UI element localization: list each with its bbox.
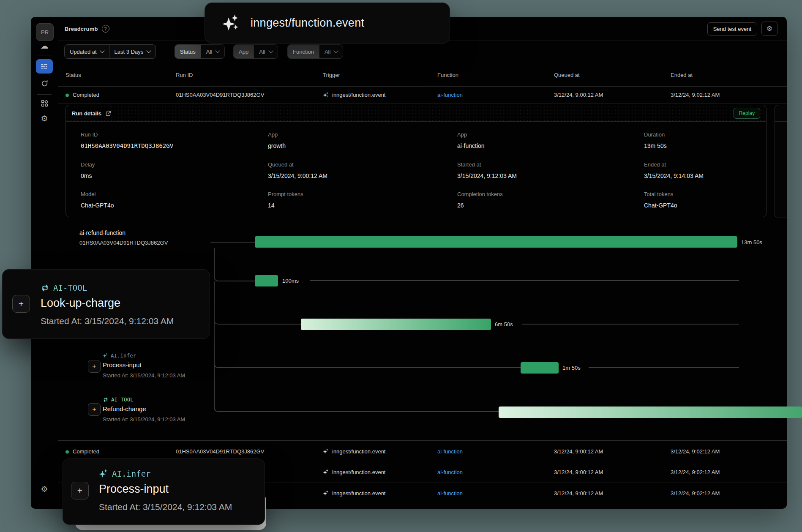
sparkles-icon xyxy=(222,14,240,32)
sidebar-item-runs-active[interactable] xyxy=(36,59,53,74)
sparkles-icon xyxy=(323,448,329,454)
field-label: Started at xyxy=(457,161,481,168)
status-filter[interactable]: Status All xyxy=(175,44,225,59)
field-label: Run ID xyxy=(81,131,98,138)
function-link[interactable]: ai-function xyxy=(437,448,463,455)
field-value: 01HS0AA03V04D91RTDQ3J862GV xyxy=(81,142,173,149)
repeat-icon xyxy=(103,397,109,403)
workspace-avatar[interactable]: PR xyxy=(36,23,54,41)
step-name: Process-input xyxy=(99,483,169,496)
chevron-down-icon xyxy=(334,48,338,53)
step-started-at: Started At: 3/15/2024, 9:12:03 AM xyxy=(99,502,232,512)
col-trigger: Trigger xyxy=(323,72,340,78)
filter-bar: Updated at Last 3 Days Status All App Al… xyxy=(58,41,787,62)
plus-icon: + xyxy=(92,363,96,370)
status-dot xyxy=(65,450,69,453)
col-run-id: Run ID xyxy=(176,72,193,78)
col-status: Status xyxy=(65,72,81,78)
gear-icon-bottom[interactable]: ⚙ xyxy=(31,485,58,493)
duration-label: 100ms xyxy=(282,278,299,284)
step-kind-badge: AI-TOOL xyxy=(103,396,134,403)
step-name: Look-up-charge xyxy=(41,297,120,310)
step-tooltip-ai-tool: + AI-TOOL Look-up-charge Started At: 3/1… xyxy=(2,269,210,339)
trace-track xyxy=(589,367,739,368)
gear-icon[interactable]: ⚙ xyxy=(31,115,58,123)
step-started-at: Started At: 3/15/2024, 9:12:03 AM xyxy=(103,416,185,423)
trace-bar-root[interactable] xyxy=(255,236,737,248)
field-value: Chat-GPT4o xyxy=(644,202,677,209)
cloud-icon[interactable]: ☁ xyxy=(31,42,58,50)
trace-bar-1m50s[interactable] xyxy=(521,362,559,374)
duration-label: 13m 50s xyxy=(741,239,762,246)
expand-step-button[interactable]: + xyxy=(88,403,101,416)
settings-gear-button[interactable]: ⚙ xyxy=(761,22,777,36)
replay-button[interactable]: Replay xyxy=(734,108,760,119)
trace-connector xyxy=(214,248,256,281)
range-dropdown[interactable]: Last 3 Days xyxy=(109,45,156,58)
field-label: Ended at xyxy=(644,161,666,168)
trace-root-name[interactable]: ai-refund-function xyxy=(79,229,125,236)
field-value: 14 xyxy=(268,202,275,209)
duration-label: 1m 50s xyxy=(562,365,581,371)
plus-icon: + xyxy=(92,406,96,413)
apps-grid-icon[interactable] xyxy=(31,100,58,107)
plus-icon: + xyxy=(19,299,24,309)
expand-step-button[interactable]: + xyxy=(88,360,101,373)
sparkles-icon xyxy=(323,469,329,475)
trace-bar-100ms[interactable] xyxy=(255,275,278,286)
status-filter-value[interactable]: All xyxy=(201,45,224,58)
table-row[interactable]: Completed 01HS0AA03V04D91RTDQ3J862GV inn… xyxy=(58,86,787,104)
step-kind-badge: AI.infer xyxy=(99,469,151,478)
help-icon[interactable]: ? xyxy=(102,25,109,33)
refresh-icon[interactable] xyxy=(31,80,58,87)
external-link-icon[interactable] xyxy=(106,111,116,116)
expand-step-button[interactable]: + xyxy=(12,295,30,313)
duration-label: 6m 50s xyxy=(495,321,513,327)
table-header: Status Run ID Trigger Function Queued at… xyxy=(58,62,787,87)
event-pill: inngest/function.event xyxy=(205,3,450,44)
step-name[interactable]: Process-input xyxy=(103,361,142,368)
event-name: inngest/function.event xyxy=(251,16,364,30)
app-filter-value[interactable]: All xyxy=(254,45,277,58)
col-queued: Queued at xyxy=(554,72,580,78)
field-value: 3/15/2024, 9:00:12 AM xyxy=(268,172,327,179)
field-label: Queued at xyxy=(268,161,294,168)
chevron-down-icon xyxy=(216,48,220,53)
field-label: Delay xyxy=(81,161,95,168)
status-filter-label: Status xyxy=(175,45,201,58)
field-label: App xyxy=(457,131,467,138)
sidebar-divider xyxy=(37,94,52,95)
trace-connector xyxy=(210,242,255,243)
step-kind-badge: AI-TOOL xyxy=(41,283,87,292)
function-link[interactable]: ai-function xyxy=(437,92,463,98)
trace-bar-refund-change[interactable] xyxy=(499,407,802,418)
app-filter[interactable]: App All xyxy=(233,44,278,59)
field-value: 3/15/2024, 9:14:03 AM xyxy=(644,172,704,179)
function-link[interactable]: ai-function xyxy=(437,490,463,497)
trace-root-run-id: 01HS0AA03V04D91RTDQ3J862GV xyxy=(79,240,168,246)
send-test-event-button[interactable]: Send test event xyxy=(707,22,757,35)
field-value: Chat-GPT4o xyxy=(81,202,114,209)
chevron-down-icon xyxy=(268,48,273,53)
status-dot xyxy=(65,93,69,97)
function-filter[interactable]: Function All xyxy=(287,44,343,59)
function-filter-label: Function xyxy=(288,45,319,58)
breadcrumb: Breadcrumb xyxy=(65,26,98,32)
field-label: Total tokens xyxy=(644,191,673,197)
expand-step-button[interactable]: + xyxy=(71,482,89,499)
run-details-title: Run details xyxy=(72,110,106,117)
app-window: PR ☁ ⚙ ⚙ xyxy=(31,17,787,509)
function-link[interactable]: ai-function xyxy=(437,469,463,475)
field-label: Model xyxy=(81,191,95,197)
col-ended: Ended at xyxy=(671,72,693,78)
sort-dropdown[interactable]: Updated at xyxy=(65,45,109,58)
function-filter-value[interactable]: All xyxy=(319,45,343,58)
app-link[interactable]: ai-function xyxy=(457,142,485,149)
run-list-icon xyxy=(41,63,48,69)
sparkles-icon xyxy=(323,92,329,98)
trace-bar-6m50s[interactable] xyxy=(301,319,491,330)
repeat-icon xyxy=(41,284,49,292)
col-function: Function xyxy=(437,72,458,78)
app-link[interactable]: growth xyxy=(268,142,286,149)
step-name[interactable]: Refund-change xyxy=(103,405,146,412)
